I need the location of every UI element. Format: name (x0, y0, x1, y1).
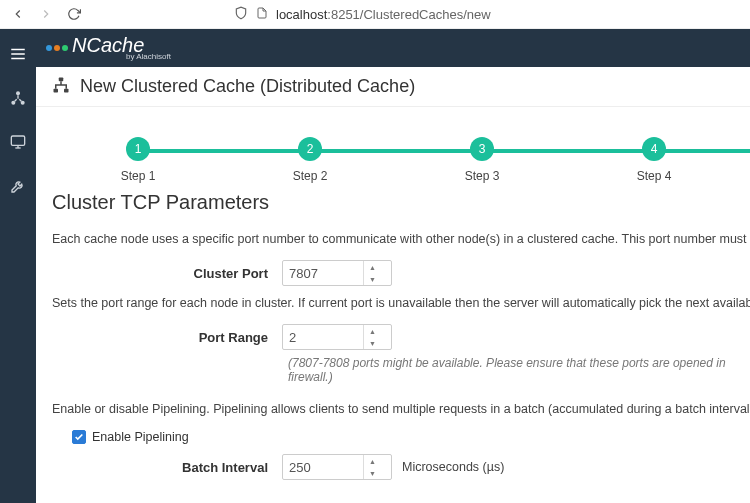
spin-up-icon[interactable]: ▲ (364, 455, 381, 467)
step-label: Step 3 (465, 169, 500, 183)
logo-dots-icon (46, 45, 68, 51)
step-number: 1 (126, 137, 150, 161)
address-bar[interactable]: localhost:8251/ClusteredCaches/new (234, 6, 491, 23)
batch-interval-field[interactable] (283, 460, 363, 475)
step-label: Step 4 (637, 169, 672, 183)
forward-button[interactable] (38, 6, 54, 22)
page-title: New Clustered Cache (Distributed Cache) (80, 76, 415, 97)
cluster-port-input[interactable]: ▲ ▼ (282, 260, 392, 286)
url-text: localhost:8251/ClusteredCaches/new (276, 7, 491, 22)
url-path: /ClusteredCaches/new (360, 7, 491, 22)
cluster-port-row: Cluster Port ▲ ▼ (52, 260, 750, 286)
svg-rect-6 (11, 136, 24, 145)
brand-byline: by Alachisoft (126, 53, 171, 61)
pipelining-description: Enable or disable Pipelining. Pipelining… (52, 402, 750, 416)
step-label: Step 2 (293, 169, 328, 183)
enable-pipelining-checkbox[interactable] (72, 430, 86, 444)
batch-interval-label: Batch Interval (52, 460, 282, 475)
cluster-port-label: Cluster Port (52, 266, 282, 281)
port-range-field[interactable] (283, 330, 363, 345)
batch-interval-unit: Microseconds (µs) (402, 460, 504, 474)
spin-down-icon[interactable]: ▼ (364, 273, 381, 285)
step-number: 3 (470, 137, 494, 161)
page-icon (256, 6, 268, 23)
svg-rect-10 (54, 89, 59, 93)
port-range-row: Port Range ▲ ▼ (52, 324, 750, 350)
url-port: :8251 (327, 7, 360, 22)
step-1[interactable]: 1 Step 1 (52, 137, 224, 183)
step-4[interactable]: 4 Step 4 (568, 137, 740, 183)
svg-point-3 (16, 91, 20, 95)
port-range-hint: (7807-7808 ports might be available. Ple… (288, 356, 750, 384)
port-range-label: Port Range (52, 330, 282, 345)
enable-pipelining-row: Enable Pipelining (72, 430, 750, 444)
port-range-input[interactable]: ▲ ▼ (282, 324, 392, 350)
step-2[interactable]: 2 Step 2 (224, 137, 396, 183)
cluster-port-field[interactable] (283, 266, 363, 281)
spin-down-icon[interactable]: ▼ (364, 467, 381, 479)
browser-toolbar: localhost:8251/ClusteredCaches/new (0, 0, 750, 29)
sidebar-item-tools[interactable] (0, 167, 36, 205)
batch-interval-input[interactable]: ▲ ▼ (282, 454, 392, 480)
content: 1 Step 1 2 Step 2 3 Step 3 4 Step 4 (36, 107, 750, 486)
step-number: 4 (642, 137, 666, 161)
left-sidebar (0, 29, 36, 503)
svg-rect-11 (64, 89, 69, 93)
sitemap-icon (52, 76, 70, 97)
url-host: localhost (276, 7, 327, 22)
page-title-bar: New Clustered Cache (Distributed Cache) (36, 67, 750, 107)
svg-rect-9 (59, 78, 64, 82)
step-label: Step 1 (121, 169, 156, 183)
enable-pipelining-label: Enable Pipelining (92, 430, 189, 444)
section-title: Cluster TCP Parameters (52, 191, 750, 214)
step-3[interactable]: 3 Step 3 (396, 137, 568, 183)
brand-bar: NCache by Alachisoft (36, 29, 750, 67)
step-number: 2 (298, 137, 322, 161)
shield-icon (234, 6, 248, 23)
port-range-description: Sets the port range for each node in clu… (52, 296, 750, 310)
batch-interval-row: Batch Interval ▲ ▼ Microseconds (µs) (52, 454, 750, 480)
wizard-stepper: 1 Step 1 2 Step 2 3 Step 3 4 Step 4 (52, 137, 750, 183)
main-area: NCache by Alachisoft New Clustered Cache… (36, 29, 750, 503)
spin-down-icon[interactable]: ▼ (364, 337, 381, 349)
brand-logo: NCache by Alachisoft (46, 35, 171, 61)
cluster-port-description: Each cache node uses a specific port num… (52, 232, 750, 246)
back-button[interactable] (10, 6, 26, 22)
reload-button[interactable] (66, 6, 82, 22)
spin-up-icon[interactable]: ▲ (364, 325, 381, 337)
menu-toggle[interactable] (0, 35, 36, 73)
sidebar-item-cluster[interactable] (0, 79, 36, 117)
spin-up-icon[interactable]: ▲ (364, 261, 381, 273)
sidebar-item-monitor[interactable] (0, 123, 36, 161)
